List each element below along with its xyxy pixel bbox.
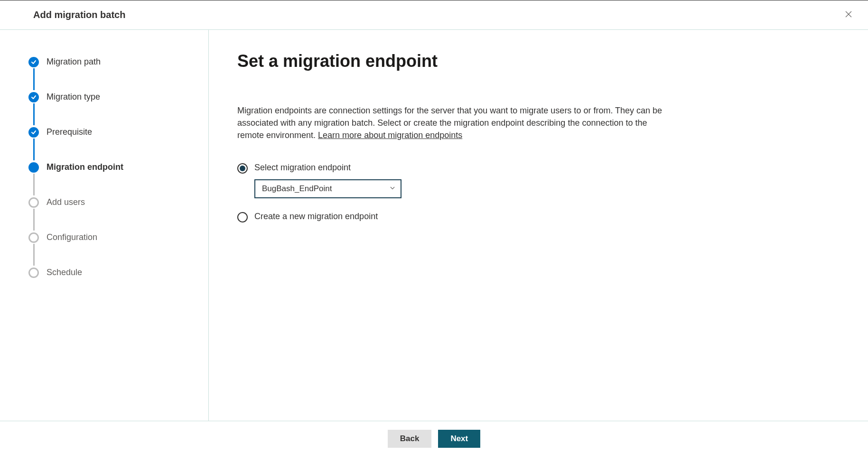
step-schedule[interactable]: Schedule bbox=[28, 267, 208, 278]
section-title: Set a migration endpoint bbox=[237, 51, 825, 71]
step-connector bbox=[33, 209, 35, 231]
next-button[interactable]: Next bbox=[438, 430, 480, 448]
check-icon bbox=[28, 127, 39, 138]
endpoint-dropdown[interactable]: BugBash_EndPoint bbox=[254, 179, 401, 198]
step-connector bbox=[33, 139, 35, 160]
current-step-icon bbox=[28, 162, 39, 173]
step-migration-endpoint[interactable]: Migration endpoint bbox=[28, 161, 208, 196]
back-button[interactable]: Back bbox=[388, 430, 432, 448]
check-icon bbox=[28, 92, 39, 102]
step-migration-path[interactable]: Migration path bbox=[28, 56, 208, 91]
learn-more-link[interactable]: Learn more about migration endpoints bbox=[318, 130, 462, 140]
close-icon bbox=[844, 10, 853, 20]
chevron-down-icon bbox=[389, 185, 396, 193]
step-label: Migration path bbox=[47, 57, 101, 66]
section-description: Migration endpoints are connection setti… bbox=[237, 104, 674, 141]
step-configuration[interactable]: Configuration bbox=[28, 231, 208, 267]
step-label: Migration endpoint bbox=[47, 162, 123, 172]
body: Migration path Migration type Prerequisi… bbox=[0, 30, 868, 421]
todo-step-icon bbox=[28, 268, 39, 278]
radio-input-unselected[interactable] bbox=[237, 212, 248, 222]
header: Add migration batch bbox=[0, 0, 868, 30]
step-migration-type[interactable]: Migration type bbox=[28, 91, 208, 126]
dropdown-value: BugBash_EndPoint bbox=[262, 184, 332, 194]
close-button[interactable] bbox=[842, 8, 855, 22]
step-prerequisite[interactable]: Prerequisite bbox=[28, 126, 208, 161]
radio-input-selected[interactable] bbox=[237, 163, 248, 174]
step-connector bbox=[33, 103, 35, 125]
step-label: Migration type bbox=[47, 92, 100, 102]
todo-step-icon bbox=[28, 197, 39, 208]
radio-option-select-endpoint[interactable]: Select migration endpoint BugBash_EndPoi… bbox=[237, 163, 825, 198]
step-label: Configuration bbox=[47, 232, 97, 242]
wizard-stepper: Migration path Migration type Prerequisi… bbox=[0, 30, 209, 421]
radio-option-create-endpoint[interactable]: Create a new migration endpoint bbox=[237, 212, 825, 222]
step-label: Schedule bbox=[47, 268, 82, 277]
radio-label: Select migration endpoint bbox=[254, 163, 401, 173]
page-title: Add migration batch bbox=[33, 9, 125, 20]
step-add-users[interactable]: Add users bbox=[28, 196, 208, 231]
step-connector bbox=[33, 244, 35, 266]
step-connector bbox=[33, 174, 35, 195]
radio-label: Create a new migration endpoint bbox=[254, 212, 378, 222]
check-icon bbox=[28, 57, 39, 67]
main-content: Set a migration endpoint Migration endpo… bbox=[209, 30, 868, 421]
step-label: Add users bbox=[47, 197, 85, 207]
endpoint-radio-group: Select migration endpoint BugBash_EndPoi… bbox=[237, 163, 825, 222]
step-label: Prerequisite bbox=[47, 127, 92, 137]
step-connector bbox=[33, 68, 35, 90]
todo-step-icon bbox=[28, 232, 39, 243]
footer: Back Next bbox=[0, 421, 868, 453]
